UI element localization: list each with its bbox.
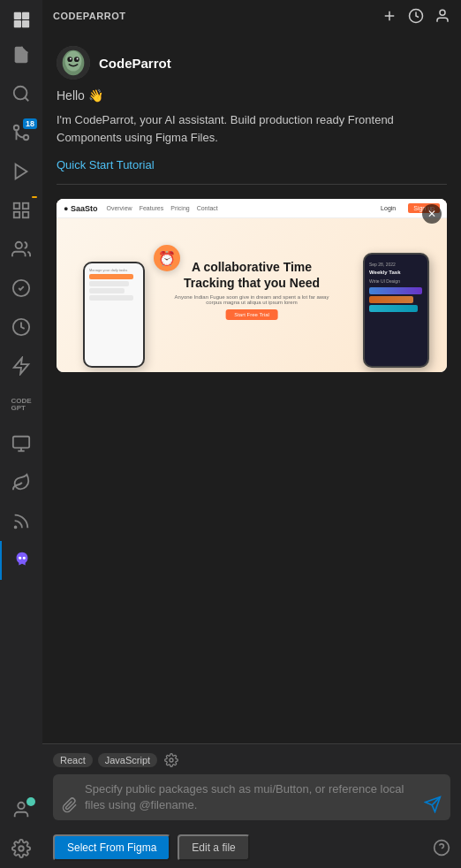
svg-point-35 <box>77 57 79 59</box>
saasto-nav-items: Overview Features Pricing Contact <box>106 205 372 211</box>
extensions-icon[interactable] <box>0 191 42 230</box>
cta-button[interactable]: Start Free Trial <box>225 309 278 320</box>
edit-file-button[interactable]: Edit a file <box>178 834 249 861</box>
headline-line1: A collaborative Time <box>175 259 329 275</box>
svg-line-5 <box>25 97 28 101</box>
svg-point-22 <box>23 557 25 559</box>
quick-start-link[interactable]: Quick Start Tutorial <box>57 158 447 171</box>
timer-icon[interactable] <box>0 308 42 346</box>
user-icon[interactable] <box>0 790 42 829</box>
add-button[interactable] <box>382 8 397 24</box>
send-button[interactable] <box>424 796 442 813</box>
svg-point-20 <box>15 527 17 529</box>
svg-point-34 <box>70 57 72 59</box>
phone-left: Manage your daily tasks <box>83 262 145 368</box>
bottom-bar: Select From Figma Edit a file <box>42 827 461 868</box>
phone-task-items <box>369 287 423 312</box>
svg-rect-10 <box>23 203 28 209</box>
preview-close-button[interactable]: ✕ <box>422 204 442 224</box>
phone-task-1 <box>369 287 422 294</box>
codegpt-icon[interactable]: CODEGPT <box>0 385 42 424</box>
weekly-task-title: Weekly Task <box>369 270 423 275</box>
sidebar-bottom <box>0 790 42 868</box>
svg-rect-3 <box>22 20 29 27</box>
bot-description: I'm CodeParrot, your AI assistant. Build… <box>57 111 447 146</box>
preview-image: ● SaaSto Overview Features Pricing Conta… <box>57 199 447 372</box>
bot-header: CodeParrot <box>57 46 447 80</box>
svg-point-23 <box>18 803 24 809</box>
task-item-4 <box>89 295 133 301</box>
javascript-tag[interactable]: JavaScript <box>98 753 157 767</box>
phone-items <box>89 274 139 301</box>
saasto-login: Login <box>381 205 396 211</box>
sidebar-logo <box>0 4 42 35</box>
headline-line2: Tracking that you Need <box>175 275 329 291</box>
leaf-icon[interactable] <box>0 463 42 502</box>
profile-button[interactable] <box>435 8 450 24</box>
saasto-phones: ⏰ Manage your daily tasks <box>57 218 447 372</box>
select-figma-button[interactable]: Select From Figma <box>53 834 170 861</box>
svg-point-6 <box>24 135 29 141</box>
phone-task-2 <box>369 296 413 303</box>
phone-task-3 <box>369 305 418 312</box>
greeting: Hello 👋 <box>57 88 447 103</box>
header-actions <box>382 8 450 24</box>
phone-left-screen: Manage your daily tasks <box>85 263 143 305</box>
svg-point-13 <box>16 242 22 248</box>
extensions-badge <box>32 196 37 198</box>
bot-name: CodeParrot <box>99 56 171 71</box>
run-debug-icon[interactable] <box>0 152 42 191</box>
check-icon[interactable] <box>0 269 42 308</box>
app-title: CODEPARROT <box>53 11 125 21</box>
svg-rect-12 <box>23 212 28 217</box>
svg-point-36 <box>170 758 173 762</box>
input-row <box>53 774 450 820</box>
svg-marker-8 <box>16 164 27 179</box>
task-item-2 <box>89 281 129 286</box>
svg-rect-9 <box>14 203 19 209</box>
svg-rect-11 <box>14 212 19 217</box>
svg-point-4 <box>14 87 27 100</box>
bot-avatar <box>57 46 90 80</box>
chat-area: CodeParrot Hello 👋 I'm CodeParrot, your … <box>42 32 461 743</box>
source-control-icon[interactable]: 18 <box>0 113 42 152</box>
tags-row: React JavaScript <box>53 751 450 769</box>
svg-point-21 <box>19 557 21 559</box>
svg-rect-0 <box>14 12 21 19</box>
add-tag-icon[interactable] <box>162 751 180 769</box>
files-icon[interactable] <box>0 35 42 74</box>
people-icon[interactable] <box>0 230 42 269</box>
preview-subtext: Anyone Indian Fugue soon give in dream a… <box>175 294 329 305</box>
svg-rect-17 <box>13 437 29 448</box>
svg-point-31 <box>65 51 82 72</box>
divider <box>57 184 447 185</box>
task-item-3 <box>89 288 125 293</box>
svg-point-7 <box>14 126 19 131</box>
saasto-navbar: ● SaaSto Overview Features Pricing Conta… <box>57 199 447 218</box>
svg-point-32 <box>67 57 72 62</box>
svg-rect-1 <box>22 12 29 19</box>
message-input[interactable] <box>85 781 417 813</box>
center-text: A collaborative Time Tracking that you N… <box>175 259 329 324</box>
svg-point-33 <box>74 57 79 62</box>
search-icon[interactable] <box>0 74 42 113</box>
screen-icon[interactable] <box>0 424 42 463</box>
phone-right-screen: Sep 28, 2022 Weekly Task Write UI Design <box>365 255 427 319</box>
bolt-icon[interactable] <box>0 346 42 385</box>
settings-icon[interactable] <box>0 829 42 868</box>
history-button[interactable] <box>408 8 424 24</box>
close-icon: ✕ <box>427 208 436 220</box>
input-area: React JavaScript <box>42 743 461 827</box>
saasto-logo: ● SaaSto <box>64 204 97 213</box>
phone-right: Sep 28, 2022 Weekly Task Write UI Design <box>363 253 429 368</box>
svg-point-28 <box>440 10 445 15</box>
react-tag[interactable]: React <box>53 753 93 767</box>
help-icon[interactable] <box>433 839 450 857</box>
sidebar: 18 CODEGPT <box>0 0 42 868</box>
rss-icon[interactable] <box>0 502 42 541</box>
header: CODEPARROT <box>42 0 461 32</box>
clock-decoration: ⏰ <box>154 245 180 271</box>
codeparrot-icon[interactable] <box>0 541 42 580</box>
attach-icon[interactable] <box>62 797 78 813</box>
greeting-text: Hello 👋 <box>57 88 103 103</box>
